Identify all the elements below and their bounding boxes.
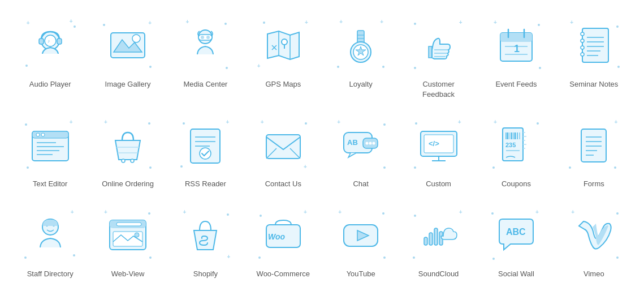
label-contact-us: Contact Us: [265, 179, 301, 189]
svg-rect-101: [424, 237, 427, 245]
item-youtube[interactable]: + YouTube: [322, 201, 400, 285]
label-online-ordering: Online Ordering: [102, 179, 154, 189]
widget-grid: + + ♪ Audio Player: [11, 11, 633, 285]
label-loyalty: Loyalty: [349, 79, 373, 89]
svg-text:235: 235: [505, 142, 516, 148]
svg-point-43: [41, 133, 45, 136]
label-woo-commerce: Woo-Commerce: [257, 269, 310, 279]
svg-rect-2: [39, 38, 44, 44]
svg-rect-102: [429, 233, 433, 245]
label-image-gallery: Image Gallery: [105, 79, 151, 89]
svg-point-60: [369, 142, 372, 145]
svg-text:♪: ♪: [47, 38, 50, 44]
svg-text:1: 1: [514, 43, 520, 54]
svg-point-61: [373, 142, 375, 145]
item-seminar-notes[interactable]: + Seminar Notes: [555, 11, 633, 105]
label-custom: Custom: [426, 179, 451, 189]
svg-rect-14: [357, 31, 364, 43]
svg-rect-3: [57, 38, 62, 44]
svg-text:Woo: Woo: [268, 232, 286, 241]
svg-rect-55: [266, 135, 300, 159]
svg-point-10: [206, 36, 210, 39]
label-customer-feedback: Customer Feedback: [422, 79, 455, 100]
item-audio-player[interactable]: + + ♪ Audio Player: [11, 11, 89, 105]
label-media-center: Media Center: [183, 79, 227, 89]
item-event-feeds[interactable]: + 1 Event Feeds: [477, 11, 555, 105]
label-chat: Chat: [353, 179, 368, 189]
svg-point-42: [36, 133, 40, 136]
item-web-view[interactable]: + Web-View: [89, 201, 166, 285]
item-custom[interactable]: + </> Custom: [400, 111, 477, 195]
item-image-gallery[interactable]: + Image Gallery: [89, 11, 166, 105]
label-social-wall: Social Wall: [498, 269, 534, 279]
svg-text:ABC: ABC: [506, 227, 526, 237]
svg-rect-30: [582, 28, 608, 62]
label-seminar-notes: Seminar Notes: [569, 79, 618, 89]
item-soundcloud[interactable]: + SoundCloud: [400, 201, 477, 285]
label-coupons: Coupons: [502, 179, 531, 189]
svg-point-1: [45, 35, 56, 46]
svg-point-9: [201, 36, 204, 39]
svg-point-6: [132, 35, 140, 42]
item-rss-reader[interactable]: + RSS Reader: [167, 111, 244, 195]
svg-rect-103: [434, 228, 438, 245]
item-shopify[interactable]: + + Shopify: [167, 201, 244, 285]
item-media-center[interactable]: + Media Center: [167, 11, 244, 105]
svg-point-34: [581, 53, 584, 56]
svg-point-49: [131, 159, 134, 162]
item-contact-us[interactable]: + + Contact Us: [244, 111, 322, 195]
label-youtube: YouTube: [347, 269, 375, 279]
label-gps-maps: GPS Maps: [265, 79, 301, 89]
item-vimeo[interactable]: + Vimeo: [555, 201, 633, 285]
label-vimeo: Vimeo: [584, 269, 604, 279]
item-social-wall[interactable]: + ABC Social Wall: [477, 201, 555, 285]
item-loyalty[interactable]: + + Loyalty: [322, 11, 400, 105]
label-shopify: Shopify: [193, 269, 218, 279]
item-chat[interactable]: + AB Chat: [322, 111, 400, 195]
svg-text:</>: </>: [429, 139, 439, 148]
svg-rect-24: [500, 33, 532, 42]
label-text-editor: Text Editor: [33, 179, 67, 189]
item-coupons[interactable]: + 235: [477, 111, 555, 195]
svg-point-13: [282, 39, 287, 45]
item-text-editor[interactable]: + Text Editor: [11, 111, 89, 195]
label-event-feeds: Event Feeds: [495, 79, 537, 89]
svg-point-59: [366, 142, 369, 145]
svg-text:AB: AB: [347, 138, 358, 147]
svg-point-96: [135, 233, 139, 237]
svg-point-31: [581, 32, 584, 36]
item-customer-feedback[interactable]: + Customer Feedback: [400, 11, 477, 105]
svg-rect-94: [116, 223, 141, 226]
item-gps-maps[interactable]: + + GPS Maps: [244, 11, 322, 105]
svg-point-48: [122, 159, 125, 162]
item-forms[interactable]: + Forms: [555, 111, 633, 195]
label-web-view: Web-View: [111, 269, 145, 279]
label-audio-player: Audio Player: [29, 79, 71, 89]
svg-rect-8: [198, 35, 212, 40]
svg-point-32: [581, 39, 584, 42]
svg-rect-83: [581, 129, 606, 162]
item-online-ordering[interactable]: + Online Ordering: [89, 111, 166, 195]
item-staff-directory[interactable]: + Staff Directory: [11, 201, 89, 285]
label-rss-reader: RSS Reader: [185, 179, 226, 189]
label-soundcloud: SoundCloud: [418, 269, 459, 279]
label-staff-directory: Staff Directory: [27, 269, 74, 279]
svg-point-33: [581, 46, 584, 49]
label-forms: Forms: [584, 179, 604, 189]
item-woo-commerce[interactable]: + Woo Woo-Commerce: [244, 201, 322, 285]
